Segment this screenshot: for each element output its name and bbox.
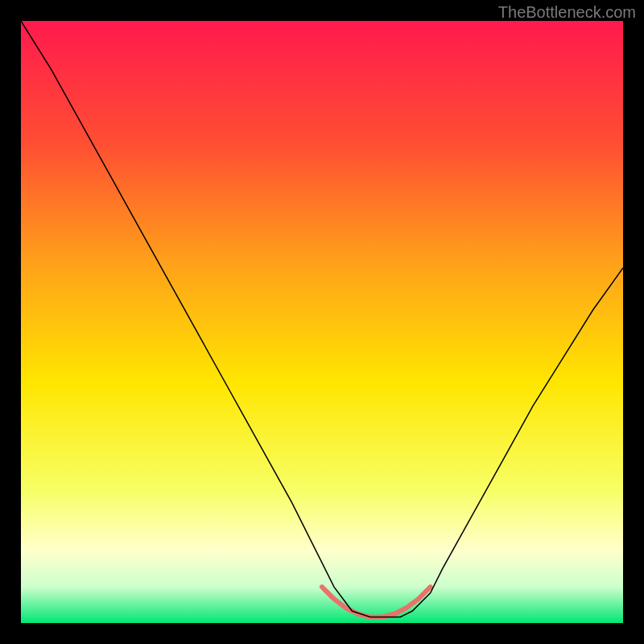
watermark-text: TheBottleneck.com [498,3,636,22]
bottleneck-chart [21,21,623,623]
chart-frame [21,21,623,623]
gradient-rect [21,21,623,623]
